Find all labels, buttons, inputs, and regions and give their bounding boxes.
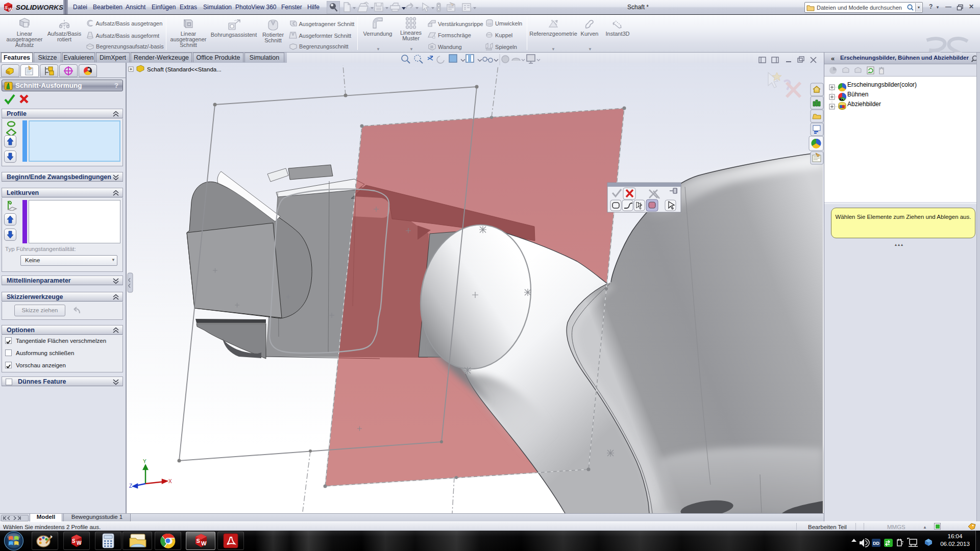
svg-text:W: W — [8, 7, 13, 12]
svg-text:X: X — [168, 479, 172, 484]
svg-text:CD: CD — [487, 22, 492, 26]
svg-text:S: S — [72, 538, 76, 544]
svg-text:DD: DD — [873, 541, 879, 546]
svg-text:Z: Z — [129, 483, 132, 489]
svg-text:Schaft (Standard<<Standa...: Schaft (Standard<<Standa... — [147, 66, 222, 72]
svg-text:S: S — [197, 538, 200, 544]
svg-text:S: S — [5, 5, 8, 10]
svg-text:Y: Y — [143, 459, 146, 464]
svg-text:W: W — [77, 540, 82, 546]
svg-text:W: W — [201, 540, 207, 546]
